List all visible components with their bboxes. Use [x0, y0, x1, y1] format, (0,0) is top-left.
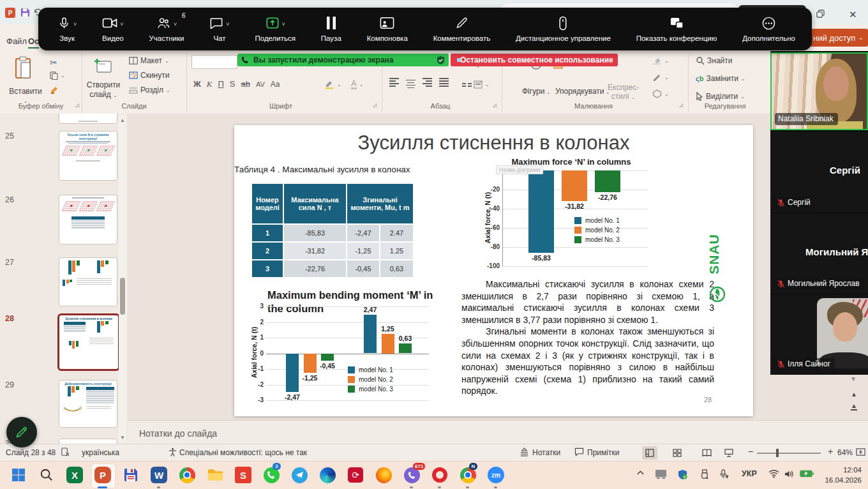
bar-model-No.-2[interactable]	[562, 170, 587, 201]
tray-battery-icon[interactable]	[799, 469, 814, 480]
chart-max-bending-moment[interactable]: Maximum bending moment ‘M’ in the column…	[257, 289, 449, 413]
slideshow-view-button[interactable]	[721, 446, 737, 460]
sidebar-scroll-down-icon[interactable]: ▼	[850, 375, 857, 382]
zoom-toolbar-item-share-screen[interactable]: ˅Поделиться	[255, 16, 296, 42]
zoom-slider[interactable]	[757, 453, 821, 454]
zoom-out-button[interactable]: −	[748, 446, 753, 456]
font-format-3[interactable]: S	[230, 79, 236, 89]
justify-icon[interactable]	[439, 78, 449, 88]
bar-model-No.-1[interactable]	[286, 354, 299, 393]
table-caption[interactable]: Таблиця 4 . Максимальні зусилля в колона…	[234, 165, 410, 174]
taskbar-icon-telegram[interactable]	[290, 466, 308, 484]
find-button[interactable]: Знайти	[696, 56, 732, 65]
forces-table[interactable]: Номер моделіМаксимальна сила N , тЗгинал…	[252, 184, 413, 277]
tray-security-shield-icon[interactable]	[678, 469, 687, 481]
taskbar-icon-sync-app[interactable]: ⟳	[347, 466, 364, 484]
bar-model-No.-1[interactable]	[364, 315, 377, 354]
shape-outline-icon[interactable]: ⌄	[652, 73, 669, 82]
participant-tile-3[interactable]: Могильний ЯрославМогильний Ярослав	[770, 213, 868, 294]
zoom-toolbar-item-show-meeting[interactable]: Показать конференцию	[636, 16, 717, 42]
chart-max-force[interactable]: Maximum force ‘N’ in columnsAxial force,…	[479, 153, 664, 281]
new-slide-button[interactable]: Створитислайд ⌄	[84, 80, 123, 100]
office-share-button[interactable]: ний доступ⌄	[809, 29, 868, 47]
zoom-toolbar-item-chat[interactable]: ˅Чат	[209, 16, 229, 42]
next-slide-up-icon[interactable]: ▲	[851, 391, 857, 398]
tray-usb-icon[interactable]	[700, 469, 709, 481]
save-icon[interactable]	[20, 8, 30, 20]
taskbar-icon-chrome[interactable]	[178, 466, 196, 484]
accessibility-status[interactable]: Спеціальні можливості: щось не так	[179, 448, 307, 457]
zoom-toolbar-item-layout[interactable]: Компоновка	[367, 16, 408, 42]
comments-toggle[interactable]: Примітки	[587, 448, 619, 457]
font-format-1[interactable]: К	[207, 79, 213, 89]
tray-clock[interactable]: 12:0416.04.2026	[822, 465, 862, 485]
participant-tile-1[interactable]: Nataliia Sribniak	[770, 52, 868, 130]
spell-check-icon[interactable]	[61, 448, 70, 459]
font-format-5[interactable]: AV	[256, 80, 265, 88]
drawing-dialog-launcher[interactable]: ◿	[679, 102, 683, 108]
slide-title[interactable]: Зусилля стиснення в колонах	[234, 132, 753, 154]
align-text-icon[interactable]: ⌄	[474, 80, 490, 89]
tray-microphone-icon[interactable]	[719, 469, 730, 481]
thumbnails-scrollbar[interactable]: ▲ ▼	[119, 115, 126, 442]
zoom-toolbar-item-microphone[interactable]: ˅Звук	[57, 16, 77, 42]
zoom-toolbar-item-annotate[interactable]: Комментировать	[433, 16, 491, 42]
notes-toggle[interactable]: Нотатки	[532, 448, 560, 457]
fit-to-window-icon[interactable]	[856, 448, 865, 458]
columns-icon[interactable]	[462, 83, 472, 88]
bar-model-No.-3[interactable]	[321, 354, 334, 361]
section-button[interactable]: Розділ⌄	[129, 86, 170, 94]
shapes-button[interactable]: Фігури ⌄	[522, 87, 550, 96]
taskbar-icon-windows-start[interactable]	[10, 466, 27, 484]
participant-tile-2[interactable]: СергійСергій	[770, 132, 868, 213]
taskbar-icon-zoom-app[interactable]: zm	[487, 466, 505, 484]
layout-button[interactable]: Макет⌄	[129, 56, 169, 65]
tray-display-icon[interactable]	[655, 469, 667, 481]
font-format-0[interactable]: Ж	[193, 79, 201, 89]
font-dialog-launcher[interactable]: ◿	[373, 102, 377, 108]
zoom-toolbar-item-participants[interactable]: ˅6Участники	[149, 16, 184, 42]
bar-model-No.-3[interactable]	[595, 170, 620, 192]
bar-model-No.-3[interactable]	[399, 343, 412, 353]
taskbar-icon-opera[interactable]	[431, 466, 449, 484]
reading-view-button[interactable]	[699, 446, 714, 460]
chevron-down-icon[interactable]: ˅	[282, 21, 285, 27]
restore-window-button[interactable]	[816, 9, 825, 20]
stop-sharing-button[interactable]: Остановить совместное использование	[451, 54, 618, 66]
zoom-in-button[interactable]: +	[828, 446, 833, 456]
tab-home[interactable]: Ос	[28, 36, 39, 49]
font-format-6[interactable]: Aa	[271, 80, 280, 89]
select-button[interactable]: Виділити⌄	[696, 92, 745, 101]
taskbar-icon-stdu-s[interactable]: S	[234, 466, 252, 484]
zoom-toolbar-item-remote-control[interactable]: Дистанционное управление	[516, 16, 611, 42]
zoom-toolbar-item-camera[interactable]: ˅Видео	[102, 16, 124, 42]
scrollbar-thumb[interactable]	[120, 278, 125, 315]
taskbar-icon-powerpoint[interactable]: P	[94, 466, 112, 484]
next-slide-down-icon[interactable]: ▲	[851, 402, 857, 410]
slide-body-text[interactable]: Максимальні стискаючі зусилля в колонах …	[461, 278, 714, 397]
font-name-input[interactable]	[191, 55, 237, 69]
slide-thumbnail-28[interactable]: Зусилля стиснення в колонах	[57, 313, 120, 371]
notes-pane[interactable]: Нотатки до слайда	[128, 420, 868, 444]
zoom-toolbar-item-pause[interactable]: Пауза	[321, 16, 341, 42]
chevron-down-icon[interactable]: ˅	[226, 21, 229, 27]
slide-28[interactable]: Зусилля стиснення в колонах Таблиця 4 . …	[234, 125, 753, 416]
cut-icon[interactable]: ✂	[50, 57, 57, 68]
normal-view-button[interactable]	[642, 446, 657, 460]
quick-styles-button[interactable]: Експрес-стилі ⌄	[608, 83, 639, 102]
slide-thumbnail-30[interactable]	[59, 439, 117, 444]
taskbar-icon-edge[interactable]	[318, 466, 336, 484]
tray-chevron-icon[interactable]	[636, 469, 645, 479]
taskbar-icon-search[interactable]	[38, 466, 56, 484]
tray-language-indicator[interactable]: УКР	[742, 469, 757, 478]
clipboard-dialog-launcher[interactable]: ◿	[75, 102, 79, 108]
chevron-down-icon[interactable]: ˅	[120, 21, 123, 27]
close-window-button[interactable]: ✕	[849, 9, 857, 20]
taskbar-icon-file-explorer[interactable]	[206, 466, 224, 484]
new-slide-icon[interactable]	[93, 57, 112, 79]
taskbar-icon-floppy-app[interactable]	[122, 466, 140, 484]
taskbar-icon-firefox[interactable]	[375, 466, 393, 484]
arrange-button[interactable]: Упорядкувати ⌄	[555, 87, 610, 96]
highlight-pen-icon[interactable]: ⌄	[324, 79, 341, 89]
font-format-2[interactable]: П	[218, 79, 223, 89]
